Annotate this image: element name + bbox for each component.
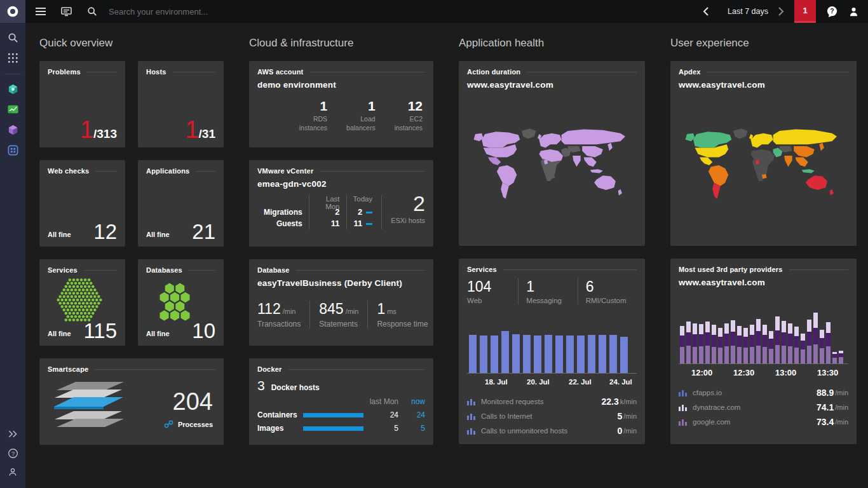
provider-bar bbox=[763, 305, 767, 363]
chat-button[interactable]: ? bbox=[826, 6, 838, 18]
process-link-icon bbox=[164, 420, 173, 428]
provider-bar bbox=[813, 305, 818, 363]
stat-value: 1 bbox=[377, 301, 385, 317]
provider-bar bbox=[756, 305, 761, 363]
trend-dash-icon bbox=[366, 212, 372, 214]
legend-dynatrace: dynatrace.com 74.1/min bbox=[679, 402, 848, 412]
dynatrace-logo[interactable] bbox=[0, 0, 25, 23]
tile-apdex[interactable]: Apdex www.easytravel.com bbox=[670, 61, 857, 246]
legend-cfapps: cfapps.io 88.9/min bbox=[679, 388, 848, 398]
sidebar-expand-button[interactable] bbox=[8, 426, 18, 442]
hamburger-menu-icon[interactable] bbox=[36, 7, 46, 16]
problems-open-count: 1 bbox=[80, 119, 93, 140]
provider-bar bbox=[712, 305, 716, 363]
tile-databases[interactable]: Databases All fine 10 bbox=[138, 259, 224, 346]
search-input[interactable]: Search your environment... bbox=[109, 7, 208, 17]
hosts-problem-count: 1 bbox=[185, 119, 198, 140]
expand-icon bbox=[8, 430, 18, 438]
user-menu-button[interactable] bbox=[848, 6, 859, 17]
dashboard-content: Quick overview Problems 1/313 Hosts 1/31… bbox=[25, 23, 868, 488]
section-title-quick-overview: Quick overview bbox=[39, 37, 224, 51]
tile-services[interactable]: Services All fine 115 bbox=[39, 259, 125, 346]
sidebar-apps-button[interactable] bbox=[8, 50, 18, 66]
stat-value: 104 bbox=[467, 278, 518, 295]
esxi-hosts-stat: 2 ESXi hosts bbox=[381, 195, 425, 229]
legend-calls-unmonitored: Calls to unmonitored hosts 0/min bbox=[467, 426, 637, 436]
tile-label: Problems bbox=[48, 68, 81, 76]
request-bar bbox=[469, 335, 477, 373]
tile-problems[interactable]: Problems 1/313 bbox=[39, 61, 125, 147]
legend-value: 22.3 bbox=[601, 396, 618, 407]
provider-bar bbox=[801, 305, 805, 363]
top-bar: Search your environment... Last 7 days 1… bbox=[0, 0, 868, 23]
tile-smartscape[interactable]: Smartscape 204 bbox=[39, 358, 224, 445]
aws-account-name: demo environment bbox=[257, 80, 425, 90]
map-region-indonesia bbox=[802, 169, 815, 173]
tile-label: Docker bbox=[257, 365, 282, 373]
request-bar bbox=[555, 336, 563, 373]
x-tick: 24. Jul bbox=[609, 378, 632, 386]
sidebar-help-button[interactable]: ? bbox=[8, 445, 18, 461]
tile-aws-account[interactable]: AWS account demo environment 1RDS instan… bbox=[249, 61, 433, 147]
map-region-india bbox=[573, 156, 581, 167]
images-now: 5 bbox=[398, 424, 425, 433]
tile-label: Smartscape bbox=[48, 365, 88, 373]
esxi-label: ESXi hosts bbox=[391, 217, 425, 224]
tile-label: Services bbox=[467, 266, 497, 273]
column-header: Today bbox=[353, 195, 373, 207]
tile-services-chart[interactable]: Services 104Web 1Messaging 6RMI/Custom 1… bbox=[459, 259, 645, 444]
search-icon bbox=[8, 32, 18, 43]
tile-database[interactable]: Database easyTravelBusiness (Derby Clien… bbox=[249, 259, 433, 346]
notifications-badge[interactable]: 1 bbox=[794, 0, 816, 23]
tile-rule bbox=[189, 270, 215, 271]
tile-vmware-vcenter[interactable]: VMware vCenter emea-gdn-vc002 Migrations… bbox=[249, 160, 433, 247]
trend-dash-icon bbox=[366, 223, 372, 225]
chevron-right-icon[interactable] bbox=[778, 7, 784, 16]
stat-unit: /min bbox=[346, 308, 359, 315]
world-map-action-duration bbox=[472, 114, 632, 217]
sidebar-item-smartscape[interactable] bbox=[7, 142, 19, 158]
stat-label: Transactions bbox=[257, 320, 301, 329]
map-region-africa_patch2 bbox=[762, 174, 767, 179]
stat-label: Messaging bbox=[526, 297, 577, 304]
tile-action-duration[interactable]: Action duration www.easytravel.com bbox=[459, 61, 645, 246]
map-region-china bbox=[794, 146, 815, 158]
provider-bar bbox=[775, 305, 780, 363]
sidebar-item-applications[interactable] bbox=[7, 101, 19, 118]
column-user-experience: User experience Apdex www.easytravel.com… bbox=[670, 37, 857, 445]
sidebar-item-hosts[interactable] bbox=[7, 81, 19, 97]
tile-applications[interactable]: Applications All fine 21 bbox=[138, 160, 224, 247]
timeframe-selector[interactable]: Last 7 days bbox=[728, 7, 768, 16]
sidebar-account-button[interactable] bbox=[8, 464, 18, 480]
map-region-india bbox=[784, 156, 792, 167]
map-region-china bbox=[582, 146, 603, 158]
tile-rule bbox=[320, 171, 425, 172]
tile-hosts[interactable]: Hosts 1/31 bbox=[138, 61, 224, 147]
tile-third-party-providers[interactable]: Most used 3rd party providers www.easytr… bbox=[670, 259, 857, 444]
databases-count: 10 bbox=[192, 320, 215, 341]
tile-web-checks[interactable]: Web checks All fine 12 bbox=[39, 160, 125, 247]
request-bar bbox=[620, 337, 628, 374]
requests-bar-chart bbox=[467, 318, 637, 374]
dynatrace-logo-icon bbox=[6, 5, 19, 18]
tile-label: Most used 3rd party providers bbox=[679, 266, 783, 273]
account-icon bbox=[8, 467, 18, 477]
map-region-new_zealand bbox=[618, 189, 622, 196]
chevron-left-icon[interactable] bbox=[703, 7, 709, 16]
request-bar bbox=[599, 335, 606, 373]
map-region-russia bbox=[562, 130, 625, 145]
sidebar-item-services[interactable] bbox=[7, 121, 19, 138]
search-icon[interactable] bbox=[87, 6, 97, 17]
x-tick: 20. Jul bbox=[527, 378, 550, 386]
svg-text:?: ? bbox=[11, 450, 14, 456]
tile-docker[interactable]: Docker 3Docker hosts last Mon now Contai… bbox=[249, 358, 433, 445]
tile-label: Hosts bbox=[146, 68, 166, 76]
help-icon: ? bbox=[8, 448, 18, 459]
dashboards-icon[interactable] bbox=[61, 7, 72, 17]
services-icon bbox=[7, 124, 19, 136]
legend-value: 88.9 bbox=[817, 388, 834, 398]
request-bar bbox=[609, 335, 617, 373]
sidebar-search-button[interactable] bbox=[8, 29, 18, 46]
legend-value: 73.4 bbox=[817, 417, 834, 427]
x-tick: 18. Jul bbox=[485, 378, 508, 386]
